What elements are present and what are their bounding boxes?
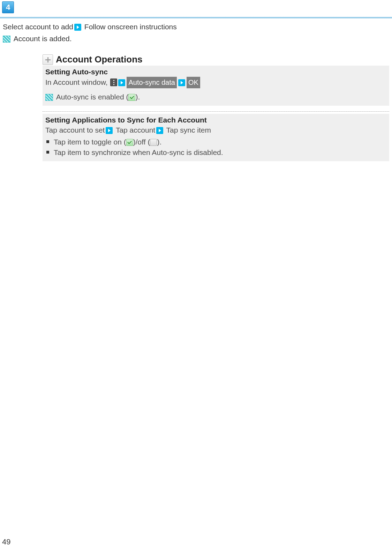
autosync-enabled-suffix: ). (135, 93, 140, 101)
perapp-panel: Setting Applications to Sync for Each Ac… (43, 114, 389, 161)
li1-a: Tap item to toggle on ( (54, 138, 126, 146)
checkbox-on-icon (126, 139, 133, 146)
checkbox-on-icon (128, 94, 135, 101)
autosync-data-button[interactable]: Auto-sync data (127, 77, 176, 88)
text-account-added: Account is added. (12, 35, 72, 43)
section-title: Account Operations (56, 54, 142, 65)
checkbox-off-icon (150, 139, 157, 146)
list-item: Tap item to synchronize when Auto-sync i… (45, 147, 386, 158)
arrow-icon (178, 79, 185, 86)
perapp-flow-3: Tap sync item (164, 126, 211, 134)
perapp-flow-1: Tap account to set (45, 126, 105, 134)
text-follow-instructions: Follow onscreen instructions (82, 23, 177, 31)
perapp-list: Tap item to toggle on ()/off (). Tap ite… (45, 137, 386, 158)
li2: Tap item to synchronize when Auto-sync i… (54, 148, 223, 156)
perapp-heading: Setting Applications to Sync for Each Ac… (45, 116, 386, 124)
account-operations-block: Account Operations Setting Auto-sync In … (43, 54, 389, 161)
list-item: Tap item to toggle on ()/off (). (45, 137, 386, 147)
page-number: 49 (2, 537, 10, 547)
plus-icon[interactable] (43, 54, 53, 65)
li1-b: )/off ( (133, 138, 150, 146)
text-select-account: Select account to add (3, 23, 73, 31)
arrow-icon (74, 24, 81, 31)
overflow-icon[interactable] (110, 79, 117, 86)
autosync-prefix: In Account window, (45, 78, 110, 86)
dotted-divider (43, 111, 389, 112)
autosync-enabled-prefix: Auto-sync is enabled ( (54, 93, 128, 101)
step-number-badge: 4 (2, 1, 14, 13)
instruction-line-2: Account is added. (3, 34, 389, 44)
note-icon (45, 94, 53, 101)
autosync-heading: Setting Auto-sync (45, 68, 386, 76)
autosync-panel: Setting Auto-sync In Account window, Aut… (43, 66, 389, 106)
perapp-flow: Tap account to set Tap account Tap sync … (45, 125, 386, 135)
li1-c: ). (157, 138, 161, 146)
page-content: Select account to add Follow onscreen in… (0, 18, 392, 161)
note-icon (3, 36, 10, 43)
arrow-icon (106, 127, 113, 134)
section-header: Account Operations (43, 54, 389, 65)
top-bar: 4 (0, 0, 392, 13)
arrow-icon (156, 127, 163, 134)
autosync-enabled-line: Auto-sync is enabled (). (45, 92, 386, 102)
ok-button[interactable]: OK (187, 77, 200, 88)
autosync-flow: In Account window, Auto-sync dataOK (45, 77, 386, 88)
arrow-icon (118, 79, 125, 86)
perapp-flow-2: Tap account (114, 126, 155, 134)
instruction-line-1: Select account to add Follow onscreen in… (3, 22, 389, 32)
